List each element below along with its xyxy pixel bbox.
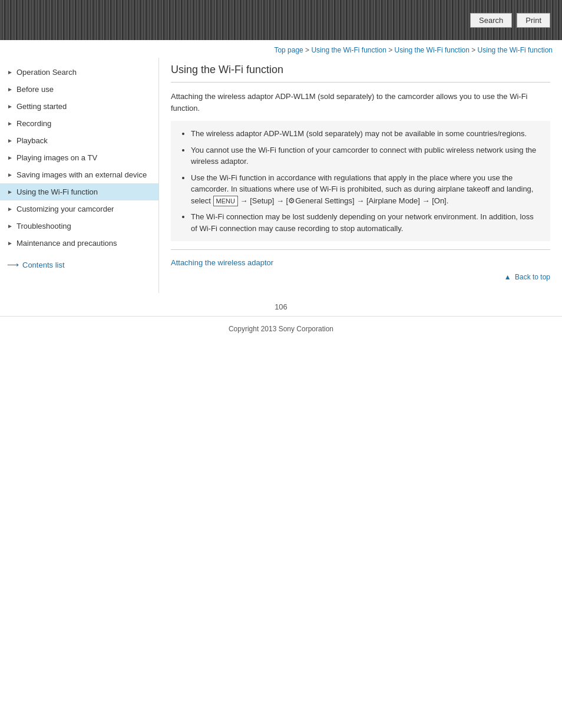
footer: Copyright 2013 Sony Corporation [0,316,562,341]
sidebar-item-label: Saving images with an external device [16,170,147,179]
sidebar-arrow-icon: ► [7,206,13,212]
sidebar-item-recording[interactable]: ► Recording [0,115,158,132]
sidebar-item-label: Customizing your camcorder [16,205,114,213]
sidebar-arrow-icon: ► [7,120,13,127]
sidebar-arrow-icon: ► [7,223,13,229]
main-layout: ► Operation Search ► Before use ► Gettin… [0,58,562,293]
divider [171,249,550,250]
header: Search Print [0,0,562,40]
sidebar-item-before-use[interactable]: ► Before use [0,81,158,98]
breadcrumb-top-page[interactable]: Top page [274,46,303,54]
sidebar-item-wifi[interactable]: ► Using the Wi-Fi function [0,183,158,200]
sidebar-item-label: Getting started [16,102,67,111]
back-to-top-label: Back to top [515,273,550,281]
breadcrumb: Top page > Using the Wi-Fi function > Us… [0,40,562,58]
sidebar-item-troubleshooting[interactable]: ► Troubleshooting [0,218,158,235]
breadcrumb-wifi-1[interactable]: Using the Wi-Fi function [311,46,386,54]
sidebar-arrow-icon: ► [7,172,13,178]
menu-key: MENU [213,196,238,207]
sidebar-item-playing-images[interactable]: ► Playing images on a TV [0,149,158,166]
note-item-2: You cannot use the Wi-Fi function of you… [191,144,541,167]
sidebar-item-label: Maintenance and precautions [16,239,117,248]
content-area: Using the Wi-Fi function Attaching the w… [159,58,562,293]
sidebar-arrow-icon: ► [7,137,13,144]
note-item-4: The Wi-Fi connection may be lost suddenl… [191,211,541,234]
print-button[interactable]: Print [517,13,550,28]
related-link-wireless-adaptor[interactable]: Attaching the wireless adaptor [171,258,273,267]
note-item-1: The wireless adaptor ADP-WL1M (sold sepa… [191,128,541,140]
search-button[interactable]: Search [470,13,512,28]
sidebar-arrow-icon: ► [7,103,13,110]
sidebar: ► Operation Search ► Before use ► Gettin… [0,58,159,293]
sidebar-item-getting-started[interactable]: ► Getting started [0,98,158,115]
breadcrumb-wifi-2[interactable]: Using the Wi-Fi function [395,46,470,54]
sidebar-arrow-icon: ► [7,69,13,75]
sidebar-arrow-icon: ► [7,189,13,195]
sidebar-item-maintenance[interactable]: ► Maintenance and precautions [0,235,158,252]
sidebar-arrow-icon: ► [7,240,13,246]
sidebar-item-label: Before use [16,85,54,94]
sidebar-item-playback[interactable]: ► Playback [0,132,158,149]
breadcrumb-wifi-3[interactable]: Using the Wi-Fi function [478,46,553,54]
contents-list-link[interactable]: ⟶ Contents list [0,252,158,278]
sidebar-item-customizing[interactable]: ► Customizing your camcorder [0,200,158,218]
contents-list-label: Contents list [22,261,65,269]
back-to-top-link[interactable]: ▲ Back to top [504,273,550,281]
notes-box: The wireless adaptor ADP-WL1M (sold sepa… [171,121,550,241]
back-to-top[interactable]: ▲ Back to top [171,273,550,281]
intro-text: Attaching the wireless adaptor ADP-WL1M … [171,91,550,114]
sidebar-item-operation-search[interactable]: ► Operation Search [0,64,158,81]
sidebar-item-label: Recording [16,119,51,128]
sidebar-item-label: Troubleshooting [16,222,71,230]
sidebar-item-saving-images[interactable]: ► Saving images with an external device [0,166,158,183]
page-title: Using the Wi-Fi function [171,64,550,83]
sidebar-arrow-icon: ► [7,154,13,161]
sidebar-item-label: Playing images on a TV [16,153,97,162]
sidebar-item-label: Playback [16,136,48,145]
page-number: 106 [0,293,562,316]
sidebar-item-label: Using the Wi-Fi function [16,187,98,196]
back-to-top-triangle-icon: ▲ [504,273,511,281]
sidebar-item-label: Operation Search [16,68,77,77]
note-item-3: Use the Wi-Fi function in accordance wit… [191,172,541,207]
copyright-text: Copyright 2013 Sony Corporation [229,325,333,333]
contents-list-arrow-icon: ⟶ [7,260,19,269]
sidebar-arrow-icon: ► [7,86,13,93]
